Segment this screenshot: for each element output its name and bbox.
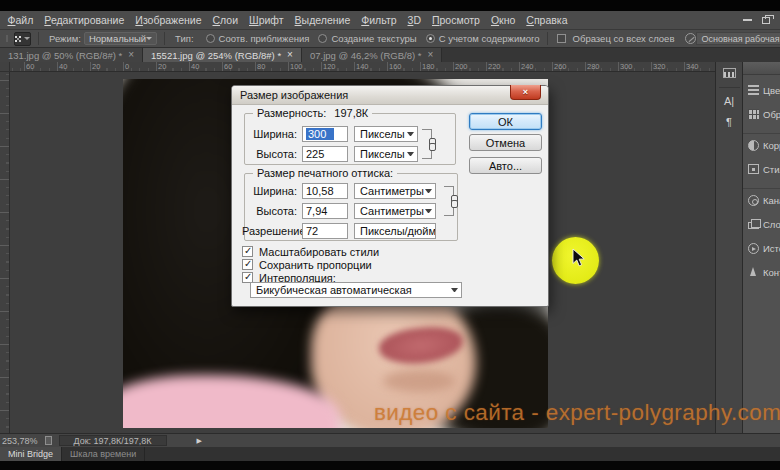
panel-tab-paths[interactable]: Контуры	[743, 260, 780, 284]
layers-panel-icon	[748, 222, 759, 229]
print-height-input[interactable]: 7,94	[302, 203, 348, 219]
interpolation-select[interactable]: Бикубическая автоматическая	[250, 282, 462, 298]
ruler-number: 60	[26, 62, 59, 71]
chain-link-icon	[428, 138, 435, 150]
ruler-number: 160	[389, 62, 422, 71]
divider	[547, 32, 548, 45]
tool-preset-icon[interactable]	[6, 35, 8, 42]
menu-item[interactable]: Фильтр	[356, 11, 402, 29]
radio-label[interactable]: С учетом содержимого	[439, 33, 540, 44]
menu-item[interactable]: Выделение	[289, 11, 356, 29]
video-watermark: видео с сайта - expert-polygraphy.com	[374, 400, 780, 426]
panel-tab-styles[interactable]: Стили	[743, 157, 780, 181]
window-controls	[743, 17, 780, 24]
ruler-number: 80	[257, 62, 290, 71]
healing-brush-tool-button[interactable]	[14, 32, 31, 46]
ruler-number: 20	[158, 62, 191, 71]
constrain-proportions-label: Сохранить пропорции	[259, 259, 372, 271]
chevron-down-icon	[407, 152, 414, 156]
ruler-number: 0	[125, 62, 158, 71]
radio-proximity-match[interactable]	[206, 34, 215, 43]
close-icon[interactable]: ×	[287, 50, 293, 60]
auto-button[interactable]: Авто...	[469, 157, 542, 174]
pen-pressure-icon[interactable]	[685, 33, 696, 44]
sample-all-layers-label[interactable]: Образец со всех слоев	[573, 33, 675, 44]
document-icon	[45, 436, 52, 445]
panel-tab-adjustments[interactable]: Коррекция	[743, 133, 780, 157]
ruler-number: 120	[323, 62, 356, 71]
menu-item[interactable]: Редактирование	[39, 11, 130, 29]
close-icon[interactable]: ×	[128, 50, 134, 60]
menu-item[interactable]: Слои	[207, 11, 244, 29]
width-label: Ширина:	[242, 185, 302, 197]
dialog-title-bar[interactable]: Размер изображения	[232, 86, 548, 105]
panel-tab-layers[interactable]: Слои	[743, 212, 780, 236]
pixel-width-unit-select[interactable]: Пикселы	[354, 126, 418, 142]
resolution-input[interactable]: 72	[302, 223, 348, 239]
tab-label: 131.jpg @ 50% (RGB/8#) *	[8, 50, 122, 61]
chevron-down-icon	[425, 189, 432, 193]
menu-item[interactable]: Окно	[485, 11, 520, 29]
letterbox-strip-top	[0, 0, 780, 11]
ruler-number: 260	[554, 62, 587, 71]
dialog-close-button[interactable]: ×	[510, 85, 541, 100]
ruler-number: 100	[290, 62, 323, 71]
ruler-number: 180	[422, 62, 455, 71]
horizontal-ruler: 6040200204060801001201401601802002202402…	[10, 62, 715, 72]
ruler-number: 40	[59, 62, 92, 71]
ok-button[interactable]: ОК	[469, 113, 542, 130]
radio-create-texture[interactable]	[318, 34, 327, 43]
panel-tab-channels[interactable]: Каналы	[743, 188, 780, 212]
radio-content-aware[interactable]	[426, 34, 435, 43]
panel-tab-swatches[interactable]: Образцы	[743, 102, 780, 126]
document-tab[interactable]: 131.jpg @ 50% (RGB/8#) * ×	[0, 48, 143, 62]
bottom-panel-tabs: Mini Bridge Шкала времени	[0, 447, 780, 461]
menu-item[interactable]: Шрифт	[244, 11, 290, 29]
mode-select[interactable]: Нормальный	[84, 32, 157, 45]
constrain-proportions-checkbox[interactable]	[242, 259, 253, 270]
link-bracket	[422, 129, 432, 159]
paragraph-panel-icon[interactable]: ¶	[726, 116, 732, 129]
menu-item[interactable]: Файл	[2, 11, 39, 29]
radio-label[interactable]: Соотв. приближения	[219, 33, 310, 44]
ruler-corner	[0, 62, 10, 72]
panel-tab-history[interactable]: История	[743, 236, 780, 260]
scale-styles-checkbox[interactable]	[242, 246, 253, 257]
print-height-unit-select[interactable]: Сантиметры	[354, 203, 436, 219]
document-tab-active[interactable]: 15521.jpg @ 254% (RGB/8#) * ×	[143, 48, 302, 62]
tab-timeline[interactable]: Шкала времени	[62, 447, 145, 461]
restore-button[interactable]	[762, 17, 770, 24]
document-tab[interactable]: 07.jpg @ 46,2% (RGB/8) * ×	[302, 48, 442, 62]
print-width-unit-select[interactable]: Сантиметры	[354, 183, 436, 199]
pixel-height-unit-select[interactable]: Пикселы	[354, 146, 418, 162]
paths-panel-icon	[748, 267, 759, 277]
character-panel-icon[interactable]: A|	[724, 95, 734, 108]
dimensions-legend: Размерность:	[257, 107, 326, 119]
close-icon: ×	[523, 87, 528, 97]
print-width-input[interactable]: 10,58	[302, 183, 348, 199]
menu-item[interactable]: Изображение	[130, 11, 207, 29]
menu-item[interactable]: Справка	[521, 11, 573, 29]
workspace-selector[interactable]: Основная рабочая среда	[696, 32, 780, 45]
mode-value: Нормальный	[89, 33, 146, 44]
panel-tab-color[interactable]: Цвет	[743, 78, 780, 102]
zoom-level[interactable]: 253,78%	[2, 436, 38, 446]
tab-mini-bridge[interactable]: Mini Bridge	[0, 447, 62, 461]
ruler-number: 220	[488, 62, 521, 71]
histogram-panel-icon[interactable]	[723, 68, 736, 78]
pixel-height-input[interactable]: 225	[302, 146, 348, 162]
ruler-number: 280	[587, 62, 620, 71]
pixel-width-input[interactable]: 300	[302, 126, 348, 142]
menu-item[interactable]: Просмотр	[426, 11, 485, 29]
status-menu-arrow-icon[interactable]: ▶	[197, 437, 202, 445]
print-size-legend: Размер печатного оттиска:	[257, 167, 393, 179]
close-icon[interactable]: ×	[428, 50, 434, 60]
minimize-button[interactable]	[743, 19, 752, 21]
resolution-unit-select[interactable]: Пикселы/дюйм	[354, 223, 436, 239]
chevron-down-icon	[146, 37, 152, 40]
sample-all-layers-checkbox[interactable]	[557, 34, 566, 43]
radio-label[interactable]: Создание текстуры	[331, 33, 416, 44]
menu-item[interactable]: 3D	[402, 11, 426, 29]
cancel-button[interactable]: Отмена	[469, 134, 542, 151]
tab-label: 07.jpg @ 46,2% (RGB/8) *	[310, 50, 422, 61]
